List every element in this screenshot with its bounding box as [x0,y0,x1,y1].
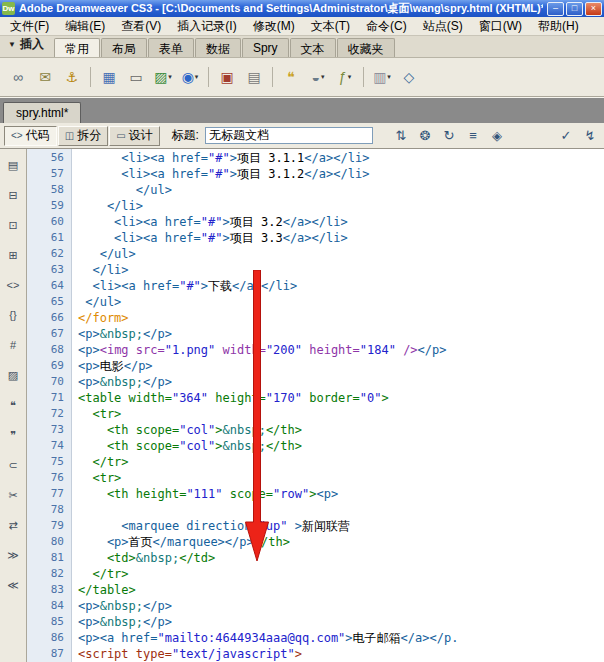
insert-tab-表单[interactable]: 表单 [148,38,194,57]
code-line[interactable]: 79 <marquee direction="up" >新闻联营 [27,518,604,534]
document-tab[interactable]: spry.html* [3,102,81,123]
check-browser-compat-icon[interactable]: ↯ [580,127,600,145]
apply-comment-icon[interactable]: ❝ [4,396,22,414]
outdent-code-icon[interactable]: ≪ [4,576,22,594]
menu-item[interactable]: 插入记录(I) [169,17,244,36]
comment-icon[interactable]: ❝ [279,66,303,88]
refresh-icon[interactable]: ↻ [439,127,459,145]
line-number: 64 [27,278,71,294]
code-line[interactable]: 62 </ul> [27,246,604,262]
code-line[interactable]: 85<p>&nbsp;</p> [27,614,604,630]
collapse-full-tag-icon[interactable]: ⊟ [4,186,22,204]
email-link-icon[interactable]: ✉ [33,66,57,88]
tag-chooser-icon[interactable]: ◇ [397,66,421,88]
code-line[interactable]: 83</table> [27,582,604,598]
code-line[interactable]: 64 <li><a href="#">下载</a></li> [27,278,604,294]
code-line[interactable]: 81 <td>&nbsp;</td> [27,550,604,566]
code-line[interactable]: 86<p><a href="mailto:4644934aaa@qq.com">… [27,630,604,646]
code-line[interactable]: 60 <li><a href="#">项目 3.2</a></li> [27,214,604,230]
menu-item[interactable]: 修改(M) [245,17,303,36]
insert-div-icon[interactable]: ▭ [124,66,148,88]
server-include-icon[interactable]: ▤ [242,66,266,88]
code-line[interactable]: 74 <th scope="col">&nbsp;</th> [27,438,604,454]
code-text: <td>&nbsp;</td> [71,550,215,566]
code-editor[interactable]: 56 <li><a href="#">项目 3.1.1</a></li>57 <… [27,149,604,662]
code-line[interactable]: 63 </li> [27,262,604,278]
insert-tab-数据[interactable]: 数据 [195,38,241,57]
code-line[interactable]: 61 <li><a href="#">项目 3.3</a></li> [27,230,604,246]
code-line[interactable]: 82 </tr> [27,566,604,582]
code-line[interactable]: 80 <p>首页</marquee></p></th> [27,534,604,550]
code-line[interactable]: 66</form> [27,310,604,326]
insert-tab-布局[interactable]: 布局 [101,38,147,57]
code-line[interactable]: 77 <th height="111" scope="row"><p> [27,486,604,502]
code-line[interactable]: 59 </li> [27,198,604,214]
line-number: 70 [27,374,71,390]
code-line[interactable]: 56 <li><a href="#">项目 3.1.1</a></li> [27,150,604,166]
highlight-invalid-code-icon[interactable]: ▨ [4,366,22,384]
menu-item[interactable]: 文件(F) [2,17,57,36]
script-icon[interactable]: ƒ▾ [333,66,357,88]
preview-in-browser-icon[interactable]: ❂ [415,127,435,145]
code-line[interactable]: 72 <tr> [27,406,604,422]
validate-markup-icon[interactable]: ✓ [556,127,576,145]
code-line[interactable]: 76 <tr> [27,470,604,486]
code-line[interactable]: 58 </ul> [27,182,604,198]
menu-item[interactable]: 命令(C) [358,17,415,36]
indent-code-icon[interactable]: ≫ [4,546,22,564]
insert-tab-常用[interactable]: 常用 [54,38,100,57]
code-line[interactable]: 65 </ul> [27,294,604,310]
media-icon[interactable]: ◉▾ [178,66,202,88]
insert-panel-label[interactable]: ▼插入 [4,36,54,57]
insert-tab-收藏夹[interactable]: 收藏夹 [337,38,395,57]
design-view-button[interactable]: ▭设计 [109,126,159,146]
hyperlink-icon[interactable]: ∞ [6,66,30,88]
close-button[interactable]: × [585,2,602,16]
menu-item[interactable]: 窗口(W) [471,17,530,36]
maximize-button[interactable]: □ [566,2,583,16]
code-line[interactable]: 84<p>&nbsp;</p> [27,598,604,614]
split-view-button[interactable]: ◫拆分 [58,126,108,146]
code-line[interactable]: 87<script type="text/javascript"> [27,646,604,662]
insert-tab-strip: 常用布局表单数据Spry文本收藏夹 [54,38,396,57]
code-view-button[interactable]: <>代码 [4,126,57,146]
recent-snippets-icon[interactable]: ✂ [4,486,22,504]
code-line[interactable]: 57 <li><a href="#">项目 3.1.2</a></li> [27,166,604,182]
templates-icon[interactable]: ▥▾ [370,66,394,88]
balance-braces-icon[interactable]: {} [4,306,22,324]
move-css-icon[interactable]: ⇄ [4,516,22,534]
menu-item[interactable]: 编辑(E) [57,17,113,36]
line-numbers-icon[interactable]: # [4,336,22,354]
date-icon[interactable]: ▣ [215,66,239,88]
remove-comment-icon[interactable]: ❞ [4,426,22,444]
collapse-selection-icon[interactable]: ⊡ [4,216,22,234]
open-documents-icon[interactable]: ▤ [4,156,22,174]
menu-item[interactable]: 站点(S) [415,17,471,36]
code-line[interactable]: 78 [27,502,604,518]
file-management-icon[interactable]: ⇅ [391,127,411,145]
view-options-icon[interactable]: ≡ [463,127,483,145]
expand-all-icon[interactable]: ⊞ [4,246,22,264]
visual-aids-icon[interactable]: ◈ [487,127,507,145]
menu-item[interactable]: 帮助(H) [530,17,587,36]
insert-tab-Spry[interactable]: Spry [242,38,289,57]
code-line[interactable]: 70<p>&nbsp;</p> [27,374,604,390]
insert-tab-文本[interactable]: 文本 [290,38,336,57]
code-line[interactable]: 73 <th scope="col">&nbsp;</th> [27,422,604,438]
code-line[interactable]: 69<p>电影</p> [27,358,604,374]
select-parent-tag-icon[interactable]: <> [4,276,22,294]
code-line[interactable]: 67<p>&nbsp;</p> [27,326,604,342]
table-icon[interactable]: ▦ [97,66,121,88]
code-text: <p>&nbsp;</p> [71,614,172,630]
code-line[interactable]: 75 </tr> [27,454,604,470]
wrap-tag-icon[interactable]: ⊂ [4,456,22,474]
named-anchor-icon[interactable]: ⚓ [60,66,84,88]
menu-item[interactable]: 查看(V) [113,17,169,36]
code-line[interactable]: 68<p><img src="1.png" width="200" height… [27,342,604,358]
minimize-button[interactable]: – [547,2,564,16]
image-icon[interactable]: ▨▾ [151,66,175,88]
head-icon[interactable]: ◒▾ [306,66,330,88]
doc-title-input[interactable] [205,127,373,144]
code-line[interactable]: 71<table width="364" height="170" border… [27,390,604,406]
menu-item[interactable]: 文本(T) [303,17,358,36]
